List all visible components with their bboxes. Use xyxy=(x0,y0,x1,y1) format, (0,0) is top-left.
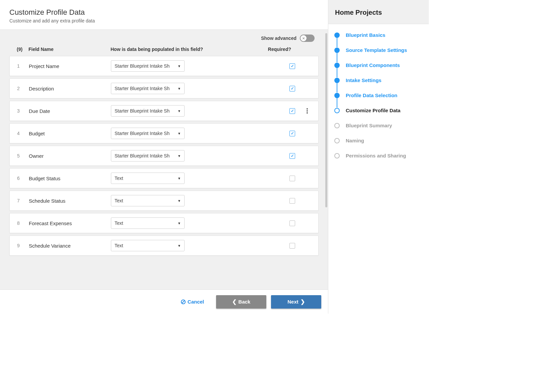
field-name: Budget xyxy=(29,131,111,136)
step-dot-icon xyxy=(334,93,340,98)
required-checkbox[interactable] xyxy=(289,220,295,226)
populated-dropdown[interactable]: Text ▼ xyxy=(111,240,185,251)
show-advanced-label: Show advanced xyxy=(261,36,296,41)
required-checkbox[interactable] xyxy=(289,198,295,204)
populated-dropdown[interactable]: Starter Blueprint Intake Sh ▼ xyxy=(111,60,185,72)
step-label: Intake Settings xyxy=(346,77,382,83)
wizard-step[interactable]: Customize Profile Data xyxy=(334,108,423,123)
required-checkbox[interactable] xyxy=(289,108,295,114)
wizard-step: Permissions and Sharing xyxy=(334,153,423,158)
table-row: 2 Description Starter Blueprint Intake S… xyxy=(9,78,319,99)
dropdown-value: Text xyxy=(115,220,175,226)
dropdown-value: Text xyxy=(115,198,175,203)
required-checkbox[interactable] xyxy=(289,86,295,91)
dropdown-value: Starter Blueprint Intake Sh xyxy=(115,86,175,91)
scrollbar-thumb[interactable] xyxy=(325,33,327,207)
show-advanced-toggle[interactable]: ✕ xyxy=(300,35,315,42)
back-button-label: Back xyxy=(239,299,251,305)
table-row: 3 Due Date Starter Blueprint Intake Sh ▼ xyxy=(9,101,319,121)
step-label: Naming xyxy=(346,138,364,143)
wizard-step[interactable]: Intake Settings xyxy=(334,77,423,92)
dropdown-value: Starter Blueprint Intake Sh xyxy=(115,131,175,136)
step-dot-icon xyxy=(334,123,340,128)
populated-dropdown[interactable]: Starter Blueprint Intake Sh ▼ xyxy=(111,150,185,161)
dropdown-value: Text xyxy=(115,176,175,181)
dropdown-value: Starter Blueprint Intake Sh xyxy=(115,153,175,158)
step-connector xyxy=(337,53,337,62)
column-field-name: Field Name xyxy=(28,47,111,52)
field-name: Budget Status xyxy=(29,176,111,181)
required-checkbox[interactable] xyxy=(289,243,295,249)
populated-dropdown[interactable]: Text ▼ xyxy=(111,217,185,229)
row-index: 2 xyxy=(14,86,29,91)
row-index: 1 xyxy=(14,63,29,69)
step-label: Blueprint Components xyxy=(346,62,400,68)
field-name: Due Date xyxy=(29,108,111,114)
wizard-step: Blueprint Summary xyxy=(334,123,423,138)
step-dot-icon xyxy=(334,108,340,113)
step-dot-icon xyxy=(334,32,340,38)
populated-dropdown[interactable]: Starter Blueprint Intake Sh ▼ xyxy=(111,105,185,117)
table-row: 1 Project Name Starter Blueprint Intake … xyxy=(9,56,319,76)
next-button[interactable]: Next ❯ xyxy=(271,295,321,309)
caret-down-icon: ▼ xyxy=(178,132,181,135)
wizard-step[interactable]: Blueprint Components xyxy=(334,62,423,77)
step-connector xyxy=(337,68,337,77)
step-dot-icon xyxy=(334,78,340,83)
populated-dropdown[interactable]: Starter Blueprint Intake Sh ▼ xyxy=(111,83,185,94)
dropdown-value: Starter Blueprint Intake Sh xyxy=(115,63,175,69)
field-name: Description xyxy=(29,86,111,91)
step-connector xyxy=(337,83,337,92)
page-subtitle: Customize and add any extra profile data xyxy=(9,18,319,23)
row-index: 5 xyxy=(14,153,29,158)
dropdown-value: Text xyxy=(115,243,175,248)
caret-down-icon: ▼ xyxy=(178,199,181,203)
step-connector xyxy=(337,98,337,108)
row-index: 6 xyxy=(14,176,29,181)
table-row: 4 Budget Starter Blueprint Intake Sh ▼ xyxy=(9,123,319,143)
table-row: 5 Owner Starter Blueprint Intake Sh ▼ xyxy=(9,146,319,166)
step-label: Customize Profile Data xyxy=(346,108,400,113)
column-count: (9) xyxy=(13,47,28,52)
caret-down-icon: ▼ xyxy=(178,154,181,158)
row-menu-icon[interactable] xyxy=(305,107,309,115)
step-label: Blueprint Summary xyxy=(346,123,392,128)
row-index: 9 xyxy=(14,243,29,248)
cancel-button[interactable]: Cancel xyxy=(174,295,211,309)
wizard-step[interactable]: Blueprint Basics xyxy=(334,32,423,47)
footer: Cancel ❮ Back Next ❯ xyxy=(0,289,328,314)
step-connector xyxy=(337,113,337,123)
table-row: 7 Schedule Status Text ▼ xyxy=(9,191,319,211)
step-connector xyxy=(337,143,337,153)
sidebar-title: Home Projects xyxy=(335,9,422,16)
wizard-step[interactable]: Source Template Settings xyxy=(334,47,423,62)
toggle-knob-off-icon: ✕ xyxy=(300,35,307,41)
row-index: 7 xyxy=(14,198,29,203)
populated-dropdown[interactable]: Starter Blueprint Intake Sh ▼ xyxy=(111,128,185,139)
step-label: Profile Data Selection xyxy=(346,92,397,98)
caret-down-icon: ▼ xyxy=(178,64,181,68)
populated-dropdown[interactable]: Text ▼ xyxy=(111,195,185,206)
caret-down-icon: ▼ xyxy=(178,244,181,248)
back-button[interactable]: ❮ Back xyxy=(216,295,266,309)
table-row: 8 Forecast Expenses Text ▼ xyxy=(9,213,319,233)
caret-down-icon: ▼ xyxy=(178,177,181,180)
required-checkbox[interactable] xyxy=(289,131,295,136)
required-checkbox[interactable] xyxy=(289,63,295,69)
populated-dropdown[interactable]: Text ▼ xyxy=(111,173,185,184)
chevron-right-icon: ❯ xyxy=(300,299,305,305)
cancel-button-label: Cancel xyxy=(188,299,204,305)
row-index: 4 xyxy=(14,131,29,136)
step-label: Permissions and Sharing xyxy=(346,153,406,158)
table-row: 6 Budget Status Text ▼ xyxy=(9,168,319,188)
required-checkbox[interactable] xyxy=(289,176,295,181)
required-checkbox[interactable] xyxy=(289,153,295,159)
table-row: 9 Schedule Variance Text ▼ xyxy=(9,236,319,256)
wizard-step[interactable]: Profile Data Selection xyxy=(334,92,423,108)
field-name: Owner xyxy=(29,153,111,159)
wizard-step: Naming xyxy=(334,138,423,153)
row-index: 8 xyxy=(14,220,29,226)
caret-down-icon: ▼ xyxy=(178,109,181,113)
step-connector xyxy=(337,38,337,47)
step-label: Blueprint Basics xyxy=(346,32,385,38)
